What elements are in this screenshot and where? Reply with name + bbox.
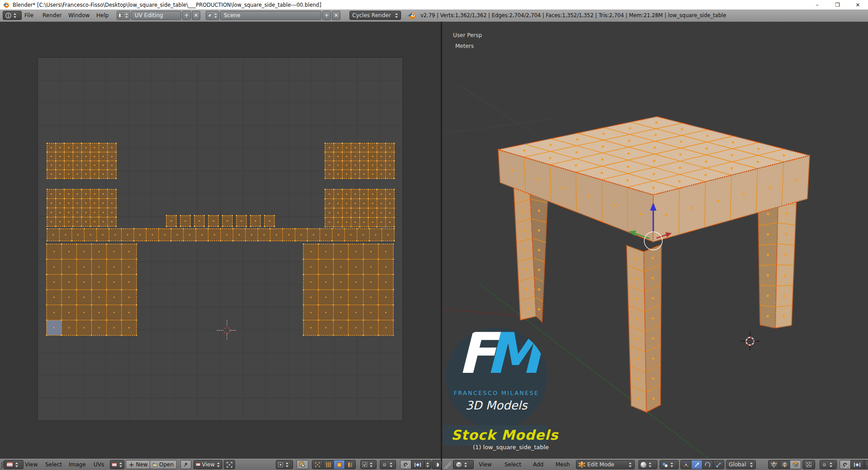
viewport-unit-label: Meters (455, 43, 474, 49)
uv-menu-view[interactable]: View (25, 460, 38, 469)
uv-editor-header: View Select Image UVs + New Open View (0, 459, 441, 470)
open-image-button[interactable]: Open (150, 460, 177, 469)
uv-snap-arrows[interactable] (424, 460, 431, 469)
screen-layout-icon-dropdown[interactable] (117, 11, 130, 20)
uv-snap-toggle-button[interactable] (400, 460, 411, 469)
menu-window[interactable]: Window (66, 11, 91, 20)
blender-logo-icon (3, 1, 9, 8)
select-mode-vertex-button[interactable] (768, 460, 779, 469)
image-datablock-dropdown[interactable] (110, 460, 124, 469)
image-new-open-group: + New Open (126, 460, 177, 469)
uv-canvas[interactable] (0, 22, 441, 459)
uv-menu-select[interactable]: Select (45, 460, 62, 469)
fm-subtitle: 3D Models (446, 399, 547, 412)
uv-sync-selection-toggle[interactable] (297, 460, 308, 469)
manipulator-rotate-button[interactable] (702, 460, 713, 469)
editor-type-dropdown-info[interactable] (3, 11, 22, 20)
window-resize-grip[interactable] (1, 461, 9, 470)
scale-icon (716, 462, 722, 468)
face-cube-icon (793, 461, 799, 468)
new-image-button[interactable]: + New (126, 460, 150, 469)
pivot-point-dropdown[interactable] (660, 460, 679, 469)
menu-file[interactable]: File (23, 11, 35, 20)
uv-editor-region (0, 22, 441, 459)
uv-draw-other-objects-button[interactable] (432, 460, 442, 469)
blender-logo-icon-header (407, 11, 416, 20)
manipulator-group (680, 460, 724, 469)
mode-dropdown[interactable]: Edit Mode (576, 460, 635, 469)
title-bar: Blender* [C:\Users\Francesco-Fisso\Deskt… (0, 0, 868, 9)
vp-menu-view[interactable]: View (479, 460, 491, 469)
screen-layout-name[interactable]: UV Editing (131, 11, 181, 20)
scene-statistics: v2.79 | Verts:1,362/1,362 | Edges:2,704/… (420, 11, 726, 20)
blender-window: { "window": { "title": "Blender* [C:\\Us… (0, 0, 868, 470)
occlude-geometry-button[interactable] (802, 460, 815, 469)
scene-icon-dropdown[interactable] (206, 11, 219, 20)
uv-select-vertex-button[interactable] (312, 460, 323, 469)
vp-snap-element-dropdown[interactable] (850, 460, 864, 469)
uv-select-island-button[interactable] (344, 460, 356, 469)
edge-mode-icon (326, 462, 331, 468)
scene-name[interactable]: Scene (220, 11, 321, 20)
uv-sticky-select-dropdown[interactable] (360, 460, 377, 469)
uv-menu-image[interactable]: Image (69, 460, 86, 469)
restore-button[interactable]: ❐ (827, 0, 848, 9)
scene-icon (208, 13, 212, 18)
vp-render-border-button-clipped[interactable] (864, 460, 868, 469)
object-info-text: (1) low_square_side_table (473, 444, 549, 451)
uv-select-face-button[interactable] (334, 460, 345, 469)
sticky-icon (362, 462, 368, 467)
uv-snap-element-dropdown[interactable] (411, 460, 425, 469)
menu-render[interactable]: Render (41, 11, 64, 20)
render-engine-dropdown[interactable]: Cycles Render (349, 11, 401, 20)
occlude-icon (806, 461, 812, 468)
delete-layout-button[interactable]: ✕ (192, 11, 200, 20)
pin-image-button[interactable] (180, 460, 191, 469)
area-split-grip[interactable] (443, 461, 451, 469)
delete-scene-button[interactable]: ✕ (332, 11, 340, 20)
uv-pivot-dropdown[interactable] (276, 460, 293, 469)
translate-icon (694, 462, 700, 468)
add-scene-button[interactable]: + (322, 11, 331, 20)
magnet-icon (403, 462, 409, 468)
uv-select-edge-button[interactable] (323, 460, 334, 469)
snap-increment-icon-3d (854, 462, 861, 468)
cursor-select-icon (299, 461, 306, 468)
select-mode-face-button[interactable] (790, 460, 801, 469)
uv-selection-mode-group (312, 460, 356, 469)
image-icon (112, 462, 117, 467)
manipulator-translate-button[interactable] (691, 460, 703, 469)
vp-snap-group (840, 460, 868, 469)
vp-menu-mesh[interactable]: Mesh (556, 460, 570, 469)
vertex-mode-icon (315, 462, 321, 468)
view3d-editor-icon (456, 461, 462, 468)
folder-icon (153, 462, 157, 467)
vp-snap-toggle-button[interactable] (840, 460, 851, 469)
uv-snap-group (400, 460, 431, 469)
vertex-cube-icon (771, 461, 777, 468)
uv-local-view-button[interactable] (224, 460, 235, 469)
close-button[interactable]: ✕ (848, 0, 868, 9)
menu-help[interactable]: Help (94, 11, 110, 20)
pivot-icon (278, 462, 283, 468)
viewport-shading-dropdown[interactable] (638, 460, 657, 469)
manipulator-scale-button[interactable] (713, 460, 724, 469)
transform-orientation-dropdown[interactable]: Global (726, 460, 756, 469)
rotate-icon (705, 462, 711, 468)
stock-models-banner: Stock Models (443, 425, 547, 446)
editor-type-dropdown-3d[interactable] (453, 460, 474, 469)
vp-proportional-edit-dropdown[interactable] (820, 460, 837, 469)
add-layout-button[interactable]: + (182, 11, 191, 20)
plus-icon: + (129, 461, 134, 468)
vp-menu-select[interactable]: Select (505, 460, 521, 469)
vp-menu-add[interactable]: Add (533, 460, 543, 469)
uv-proportional-edit-dropdown[interactable] (380, 460, 396, 469)
window-title: Blender* [C:\Users\Francesco-Fisso\Deskt… (13, 2, 321, 8)
display-channels-dropdown[interactable]: View (193, 460, 222, 469)
uv-menu-uvs[interactable]: UVs (94, 460, 104, 469)
manipulator-toggle-button[interactable] (680, 460, 692, 469)
select-mode-edge-button[interactable] (779, 460, 790, 469)
minimize-button[interactable]: – (807, 0, 827, 9)
fm-name: FRANCESCO MILANESE (446, 390, 547, 396)
layout-icon (118, 13, 123, 18)
